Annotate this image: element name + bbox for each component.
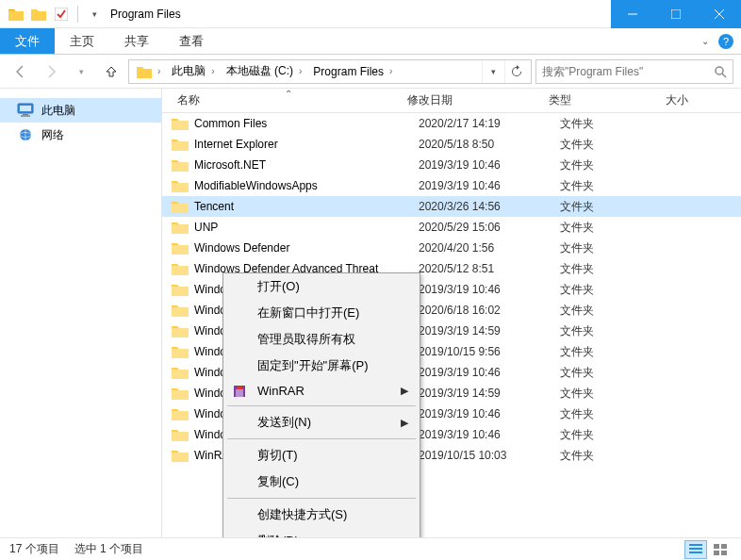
address-dropdown-button[interactable]: ▾ bbox=[482, 60, 504, 83]
ctx-send-to[interactable]: 发送到(N) ▶ bbox=[223, 409, 420, 436]
refresh-button[interactable] bbox=[504, 60, 527, 83]
file-date: 2020/4/20 1:56 bbox=[419, 241, 560, 255]
window-titlebar: ▾ Program Files bbox=[0, 0, 741, 28]
svg-rect-10 bbox=[21, 115, 30, 117]
folder-icon bbox=[172, 345, 189, 358]
breadcrumb-item[interactable]: 本地磁盘 (C:)› bbox=[222, 63, 308, 79]
ctx-copy[interactable]: 复制(C) bbox=[223, 469, 420, 495]
folder-icon bbox=[172, 158, 189, 172]
file-row[interactable]: Common Files2020/2/17 14:19文件夹 bbox=[162, 113, 741, 134]
folder-icon bbox=[172, 324, 189, 338]
column-headers: 名称 ⌃ 修改日期 类型 大小 bbox=[162, 89, 741, 113]
close-button[interactable] bbox=[698, 0, 741, 28]
ctx-take-ownership[interactable]: 管理员取得所有权 bbox=[223, 326, 420, 353]
view-icons-button[interactable] bbox=[709, 540, 732, 559]
folder-icon bbox=[172, 366, 189, 379]
nav-forward-button[interactable] bbox=[38, 58, 64, 85]
ctx-cut[interactable]: 剪切(T) bbox=[223, 442, 420, 469]
svg-rect-19 bbox=[689, 552, 702, 553]
minimize-button[interactable] bbox=[611, 0, 654, 28]
sidebar-item-label: 此电脑 bbox=[41, 103, 75, 119]
file-date: 2019/3/19 10:46 bbox=[419, 407, 560, 420]
file-row[interactable]: Microsoft.NET2019/3/19 10:46文件夹 bbox=[162, 155, 741, 175]
ctx-open[interactable]: 打开(O) bbox=[223, 273, 420, 300]
help-icon[interactable]: ? bbox=[718, 34, 733, 49]
breadcrumb-item[interactable]: Program Files› bbox=[309, 65, 398, 78]
file-name: Microsoft.NET bbox=[194, 158, 419, 172]
chevron-right-icon[interactable]: › bbox=[297, 66, 304, 76]
ctx-open-new-window[interactable]: 在新窗口中打开(E) bbox=[223, 300, 420, 326]
file-type: 文件夹 bbox=[560, 157, 677, 173]
file-row[interactable]: UNP2020/5/29 15:06文件夹 bbox=[162, 217, 741, 238]
file-row[interactable]: ModifiableWindowsApps2019/3/19 10:46文件夹 bbox=[162, 175, 741, 196]
qat-checkbox-icon[interactable] bbox=[51, 4, 72, 25]
nav-up-button[interactable] bbox=[98, 58, 124, 85]
ribbon-tab-view[interactable]: 查看 bbox=[164, 28, 219, 54]
nav-recent-dropdown[interactable]: ▾ bbox=[68, 58, 94, 85]
ctx-delete[interactable]: 删除(D) bbox=[223, 528, 420, 537]
maximize-button[interactable] bbox=[654, 0, 698, 28]
file-type: 文件夹 bbox=[560, 386, 677, 402]
file-date: 2020/2/17 14:19 bbox=[419, 117, 560, 130]
ribbon-expand-icon[interactable]: ⌄ bbox=[701, 36, 709, 46]
view-details-button[interactable] bbox=[684, 540, 707, 559]
breadcrumb-item[interactable]: 此电脑› bbox=[168, 63, 220, 79]
quick-access-toolbar: ▾ bbox=[0, 4, 105, 25]
svg-rect-23 bbox=[721, 551, 727, 555]
chevron-right-icon[interactable]: › bbox=[209, 66, 216, 76]
file-type: 文件夹 bbox=[560, 427, 677, 443]
file-type: 文件夹 bbox=[560, 323, 677, 339]
file-date: 2020/6/18 16:02 bbox=[419, 304, 560, 317]
sort-indicator-icon: ⌃ bbox=[285, 89, 292, 99]
context-menu: 打开(O) 在新窗口中打开(E) 管理员取得所有权 固定到"开始"屏幕(P) W… bbox=[222, 272, 420, 537]
folder-icon bbox=[172, 304, 189, 317]
chevron-right-icon[interactable]: › bbox=[156, 66, 162, 76]
ribbon-tab-home[interactable]: 主页 bbox=[55, 28, 109, 54]
file-date: 2019/3/19 10:46 bbox=[419, 179, 560, 192]
file-name: Common Files bbox=[194, 117, 419, 130]
window-controls bbox=[611, 0, 741, 28]
svg-rect-17 bbox=[689, 544, 702, 546]
folder-icon bbox=[172, 387, 189, 400]
view-switcher bbox=[684, 540, 732, 559]
ctx-pin-start[interactable]: 固定到"开始"屏幕(P) bbox=[223, 353, 420, 379]
file-row[interactable]: Windows Defender2020/4/20 1:56文件夹 bbox=[162, 238, 741, 258]
pc-icon bbox=[17, 102, 34, 119]
file-type: 文件夹 bbox=[560, 137, 677, 153]
svg-rect-9 bbox=[23, 114, 28, 115]
search-input[interactable] bbox=[542, 65, 714, 78]
folder-icon bbox=[172, 262, 189, 275]
file-type: 文件夹 bbox=[560, 261, 677, 277]
sidebar-item-network[interactable]: 网络 bbox=[0, 123, 161, 147]
ctx-separator bbox=[227, 498, 416, 499]
nav-back-button[interactable] bbox=[8, 58, 34, 85]
ctx-winrar[interactable]: WinRAR ▶ bbox=[223, 379, 420, 403]
folder-icon bbox=[172, 117, 189, 130]
folder-icon bbox=[172, 241, 189, 255]
address-root-icon[interactable]: › bbox=[133, 65, 166, 78]
ribbon-tabs: 文件 主页 共享 查看 ⌄ ? bbox=[0, 28, 741, 55]
qat-separator bbox=[77, 6, 78, 23]
folder-icon bbox=[172, 138, 189, 151]
column-header-type[interactable]: 类型 bbox=[543, 92, 660, 108]
column-header-date[interactable]: 修改日期 bbox=[402, 92, 543, 108]
qat-item[interactable] bbox=[28, 4, 49, 25]
file-row[interactable]: Tencent2020/3/26 14:56文件夹 bbox=[162, 196, 741, 217]
file-row[interactable]: Internet Explorer2020/5/18 8:50文件夹 bbox=[162, 134, 741, 155]
file-type: 文件夹 bbox=[560, 178, 677, 194]
search-icon bbox=[714, 65, 727, 78]
column-header-size[interactable]: 大小 bbox=[660, 92, 741, 108]
ctx-create-shortcut[interactable]: 创建快捷方式(S) bbox=[223, 502, 420, 528]
search-box[interactable] bbox=[535, 59, 733, 84]
qat-dropdown[interactable]: ▾ bbox=[84, 4, 105, 25]
chevron-right-icon[interactable]: › bbox=[387, 66, 394, 76]
ribbon-file-tab[interactable]: 文件 bbox=[0, 28, 55, 54]
file-date: 2020/5/12 8:51 bbox=[419, 262, 560, 275]
file-type: 文件夹 bbox=[560, 199, 677, 215]
file-name: Tencent bbox=[194, 200, 419, 213]
folder-icon bbox=[172, 221, 189, 234]
ribbon-tab-share[interactable]: 共享 bbox=[109, 28, 164, 54]
svg-rect-21 bbox=[721, 544, 727, 549]
address-bar[interactable]: › 此电脑› 本地磁盘 (C:)› Program Files› ▾ bbox=[128, 59, 532, 84]
sidebar-item-pc[interactable]: 此电脑 bbox=[0, 98, 161, 123]
